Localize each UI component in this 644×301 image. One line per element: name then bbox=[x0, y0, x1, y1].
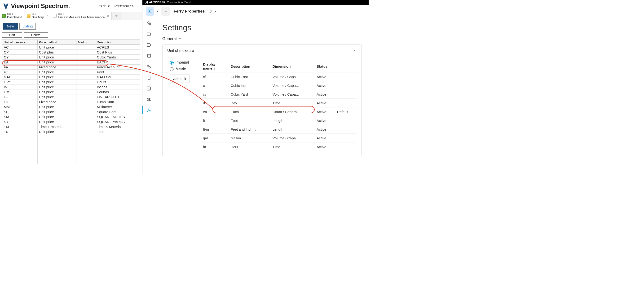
table-row[interactable]: FTUnit priceFeet bbox=[2, 70, 140, 74]
chevron-down-icon bbox=[178, 37, 182, 40]
table-row-empty bbox=[2, 139, 140, 144]
svg-rect-1 bbox=[149, 10, 150, 12]
document-icon[interactable] bbox=[146, 75, 152, 80]
row-menu-icon[interactable]: ⋮ bbox=[223, 81, 229, 90]
table-row[interactable]: SMUnit priceSQUARE METER bbox=[2, 114, 140, 119]
table-row[interactable]: MMUnit priceMillimeter bbox=[2, 104, 140, 109]
column-header[interactable]: Display name↑ bbox=[202, 60, 223, 72]
table-row[interactable]: hr⋮HourTimeActive bbox=[202, 142, 356, 151]
column-header[interactable] bbox=[336, 60, 356, 72]
table-row[interactable]: TMTime + materialTime & Material bbox=[2, 124, 140, 129]
table-row[interactable]: SFUnit priceSquare Feet bbox=[2, 109, 140, 114]
table-row[interactable]: TNUnit priceTons bbox=[2, 129, 140, 134]
chevron-up-icon bbox=[353, 49, 356, 52]
column-header[interactable]: Unit of measure bbox=[2, 40, 38, 45]
sort-icon: ↑ bbox=[214, 66, 216, 70]
budget-icon[interactable] bbox=[146, 32, 152, 37]
table-row[interactable]: HRSUnit priceHours bbox=[2, 80, 140, 84]
uom-card-header[interactable]: Unit of measure bbox=[162, 45, 361, 56]
vp-logo: Viewpoint Spectrum. bbox=[3, 2, 70, 10]
table-row[interactable]: ea⋮EachCount / GeneralActiveDefault bbox=[202, 108, 356, 116]
table-row-empty bbox=[2, 154, 140, 159]
members-icon[interactable] bbox=[146, 97, 152, 102]
add-unit-button[interactable]: Add unit bbox=[170, 74, 190, 83]
acc-header: ▾ Ferry Properties ▾ bbox=[142, 5, 368, 18]
column-header[interactable]: Price method bbox=[38, 40, 76, 45]
row-menu-icon[interactable]: ⋮ bbox=[223, 116, 229, 125]
uom-grid[interactable]: Unit of measurePrice methodMarkupDescrip… bbox=[2, 40, 140, 164]
radio-metric[interactable]: Metric bbox=[170, 67, 190, 71]
acc-product: Construction Cloud bbox=[167, 1, 191, 4]
table-row[interactable]: SYUnit priceSQUARE YARDS bbox=[2, 119, 140, 124]
svg-point-9 bbox=[148, 98, 149, 100]
table-row[interactable]: d⋮DayTimeActive bbox=[202, 99, 356, 108]
column-header[interactable]: Status bbox=[315, 60, 336, 72]
table-row[interactable]: FAFixed priceForce Account bbox=[2, 64, 140, 70]
table-row-empty bbox=[2, 149, 140, 154]
close-icon[interactable]: × bbox=[107, 14, 109, 18]
home-icon[interactable] bbox=[146, 20, 152, 26]
row-menu-icon[interactable]: ⋮ bbox=[223, 134, 229, 142]
close-icon[interactable]: × bbox=[46, 14, 48, 18]
column-header[interactable]: Markup bbox=[76, 40, 95, 45]
forecast-icon[interactable] bbox=[146, 64, 152, 69]
uom-table[interactable]: Display name↑DescriptionDimensionStatus … bbox=[202, 60, 356, 151]
viewpoint-v-icon bbox=[3, 3, 9, 9]
table-row[interactable]: ACUnit priceACRES bbox=[2, 45, 140, 50]
preferences-link[interactable]: Preferences bbox=[114, 4, 134, 8]
module-switcher[interactable] bbox=[146, 7, 154, 16]
table-row[interactable]: LSFixed priceLump Sum bbox=[2, 100, 140, 104]
row-menu-icon[interactable]: ⋮ bbox=[223, 108, 229, 116]
back-button[interactable] bbox=[161, 7, 170, 16]
autodesk-logo-icon bbox=[145, 1, 148, 4]
row-menu-icon[interactable]: ⋮ bbox=[223, 99, 229, 108]
company-dropdown[interactable]: CCD ▾ bbox=[99, 4, 110, 8]
table-row[interactable]: LBSUnit pricePounds bbox=[2, 90, 140, 94]
listing-button[interactable]: Listing bbox=[20, 23, 36, 30]
edit-button[interactable]: Edit bbox=[2, 32, 22, 38]
add-tab-button[interactable]: + bbox=[112, 12, 121, 20]
row-menu-icon[interactable]: ⋮ bbox=[223, 142, 229, 151]
row-menu-icon[interactable]: ⋮ bbox=[223, 125, 229, 134]
column-header[interactable]: Dimension bbox=[271, 60, 316, 72]
table-row[interactable]: ft-in⋮Feet and Inch…LengthActive bbox=[202, 125, 356, 134]
svg-point-10 bbox=[149, 98, 150, 100]
table-row[interactable]: GALUnit priceGALLON bbox=[2, 74, 140, 80]
uom-card: Unit of measure ImperialMetric Add unit … bbox=[162, 44, 362, 156]
section-dropdown[interactable]: General bbox=[162, 36, 362, 41]
table-row[interactable]: LFUnit priceLINEAR FEET bbox=[2, 94, 140, 100]
column-header[interactable]: Description bbox=[229, 60, 271, 72]
table-row[interactable]: CYUnit priceCubic Yards bbox=[2, 55, 140, 60]
table-row[interactable]: ci⋮Cubic InchVolume / Capa…Active bbox=[202, 81, 356, 90]
table-row[interactable]: gal⋮GallonVolume / Capa…Active bbox=[202, 134, 356, 142]
cost-out-icon[interactable] bbox=[146, 42, 152, 48]
column-header[interactable]: Description bbox=[95, 40, 140, 45]
tab[interactable]: CCDSite Map× bbox=[25, 12, 51, 20]
module-caret[interactable]: ▾ bbox=[157, 10, 158, 13]
new-listing-bar: New Listing bbox=[0, 20, 142, 32]
new-button[interactable]: New bbox=[3, 23, 18, 30]
tab[interactable]: CCDUnit Of Measure File Maintenance× bbox=[51, 12, 112, 20]
acc-topbar: AUTODESK Construction Cloud bbox=[142, 0, 368, 5]
table-row[interactable]: cf⋮Cubic FootVolume / Capa…Active bbox=[202, 72, 356, 81]
table-row[interactable]: INUnit priceInches bbox=[2, 84, 140, 90]
column-header[interactable] bbox=[223, 60, 229, 72]
tab-icon bbox=[27, 14, 30, 18]
delete-button[interactable]: Delete bbox=[24, 32, 48, 38]
project-name[interactable]: Ferry Properties bbox=[174, 9, 205, 14]
brand1: Viewpoint bbox=[11, 2, 39, 10]
radio-imperial[interactable]: Imperial bbox=[170, 60, 190, 64]
row-menu-icon[interactable]: ⋮ bbox=[223, 72, 229, 81]
table-row[interactable]: cy⋮Cubic YardVolume / Capa…Active bbox=[202, 90, 356, 99]
radio-icon bbox=[170, 67, 174, 71]
reports-icon[interactable] bbox=[146, 86, 152, 91]
svg-rect-3 bbox=[147, 33, 150, 36]
cost-in-icon[interactable] bbox=[146, 53, 152, 58]
row-menu-icon[interactable]: ⋮ bbox=[223, 90, 229, 99]
table-row[interactable]: ft⋮FootLengthActive bbox=[202, 116, 356, 125]
tab[interactable]: CCDDashboard bbox=[0, 12, 25, 20]
table-row[interactable]: EAUnit priceEACH bbox=[2, 60, 140, 64]
table-row[interactable]: CPCost plusCost Plus bbox=[2, 50, 140, 55]
settings-icon[interactable] bbox=[146, 108, 152, 113]
project-caret[interactable]: ▾ bbox=[215, 10, 216, 13]
